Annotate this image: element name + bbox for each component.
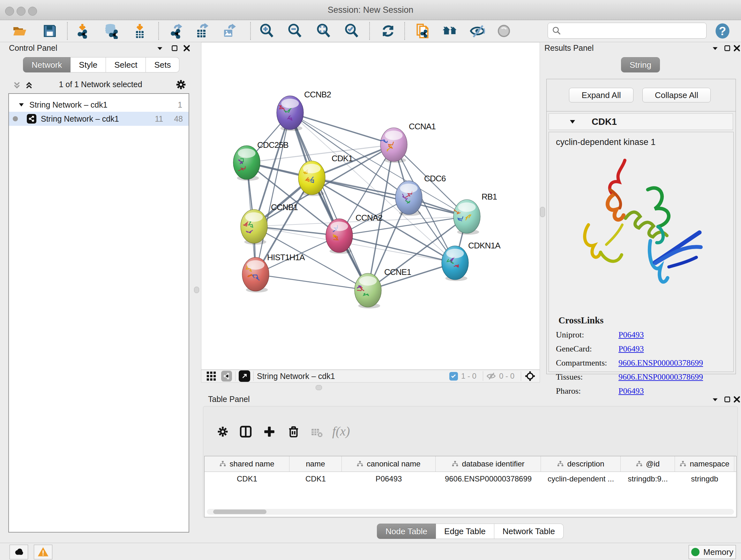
column-header-description[interactable]: description <box>541 456 621 472</box>
bottom-splitter-handle[interactable] <box>316 385 322 390</box>
results-panel-tabbar: String <box>621 57 660 72</box>
preview-eye-icon[interactable] <box>495 23 512 39</box>
network-canvas[interactable]: CCNB2CCNA1CDC25BCDK1CDC6RB1CCNB1CCNA2CDK… <box>201 42 540 370</box>
node-label: CDKN1A <box>468 241 501 250</box>
table-hscrollbar-thumb[interactable] <box>213 509 266 514</box>
tab-select[interactable]: Select <box>106 57 146 72</box>
table-cell[interactable]: stringdb <box>675 472 734 486</box>
crosslink-link[interactable]: P06493 <box>618 330 644 340</box>
toggle-visibility-icon[interactable] <box>469 23 486 39</box>
expand-all-networks-icon[interactable] <box>24 80 34 90</box>
open-in-window-icon[interactable] <box>239 370 250 382</box>
title-bar: Session: New Session <box>0 0 741 20</box>
column-header-canonical-name[interactable]: canonical name <box>342 456 435 472</box>
table-cell[interactable]: P06493 <box>342 472 435 486</box>
table-cell[interactable]: CDK1 <box>205 472 289 486</box>
zoom-fit-icon[interactable] <box>315 23 332 39</box>
open-session-icon[interactable] <box>11 23 28 39</box>
network-collection-row[interactable]: String Network – cdk1 1 <box>9 98 189 112</box>
tab-style[interactable]: Style <box>71 57 106 72</box>
control-panel-float-icon[interactable] <box>171 44 179 52</box>
crosslink-link[interactable]: P06493 <box>618 344 644 354</box>
table-hscrollbar-track[interactable] <box>207 509 734 515</box>
network-options-gear-icon[interactable] <box>175 78 187 91</box>
table-cell[interactable]: stringdb:9... <box>621 472 675 486</box>
tab-network[interactable]: Network <box>23 57 71 72</box>
import-network-from-file-icon[interactable] <box>74 23 91 39</box>
collapse-all-networks-icon[interactable] <box>12 80 22 90</box>
control-panel-menu-icon[interactable] <box>156 44 164 52</box>
column-header-shared-name[interactable]: shared name <box>205 456 289 472</box>
create-column-plus-icon[interactable] <box>263 425 276 438</box>
table-cell[interactable]: CDK1 <box>289 472 342 486</box>
column-header-namespace[interactable]: namespace <box>675 456 734 472</box>
birdseye-grid-icon[interactable] <box>206 371 217 381</box>
column-header-@id[interactable]: @id <box>621 456 675 472</box>
search-input[interactable] <box>561 26 700 36</box>
table-cell[interactable]: 9606.ENSP00000378699 <box>435 472 541 486</box>
right-splitter-handle[interactable] <box>540 207 545 217</box>
export-network-icon[interactable] <box>169 23 186 39</box>
table-panel-close-icon[interactable] <box>733 395 741 403</box>
protein-collapse-icon[interactable] <box>569 118 576 125</box>
tab-node-table[interactable]: Node Table <box>377 523 436 539</box>
save-session-icon[interactable] <box>42 23 58 39</box>
network-node-CDKN1A[interactable]: CDKN1A <box>442 241 501 281</box>
zoom-in-icon[interactable] <box>259 23 275 39</box>
tab-string[interactable]: String <box>621 57 660 72</box>
column-type-icon <box>636 460 643 468</box>
table-row[interactable]: CDK1CDK1P064939606.ENSP00000378699cyclin… <box>205 472 736 486</box>
cloud-status-button[interactable] <box>10 545 28 559</box>
selected-checkbox-icon[interactable] <box>449 372 458 381</box>
protein-structure-image <box>575 151 705 305</box>
column-header-name[interactable]: name <box>289 456 342 472</box>
network-node-RB1[interactable]: RB1 <box>454 192 497 235</box>
results-panel-float-icon[interactable] <box>723 44 731 52</box>
help-icon[interactable]: ? <box>714 23 731 39</box>
collection-expand-icon[interactable] <box>18 101 25 108</box>
export-table-icon[interactable] <box>194 23 211 39</box>
network-node-HIST1H1A[interactable]: HIST1H1A <box>242 253 305 293</box>
warnings-button[interactable] <box>34 545 52 559</box>
collapse-all-button[interactable]: Collapse All <box>643 88 711 103</box>
network-node-CCNE1[interactable]: CCNE1 <box>354 267 411 308</box>
network-row-selected[interactable]: String Network – cdk1 11 48 <box>9 112 189 126</box>
results-panel-menu-icon[interactable] <box>711 44 719 52</box>
network-node-CCNB2[interactable]: CCNB2 <box>277 90 331 131</box>
table-panel-float-icon[interactable] <box>723 395 731 403</box>
tab-network-table[interactable]: Network Table <box>494 523 563 539</box>
zoom-out-icon[interactable] <box>286 23 303 39</box>
table-panel-menu-icon[interactable] <box>711 395 719 403</box>
memory-button[interactable]: Memory <box>689 545 736 559</box>
clone-network-icon[interactable] <box>414 23 431 39</box>
hidden-eye-icon[interactable] <box>486 371 496 381</box>
crosslink-link[interactable]: 9606.ENSP00000378699 <box>618 358 703 368</box>
column-header-label: @id <box>646 459 660 469</box>
crosslink-row: Tissues:9606.ENSP00000378699 <box>556 372 733 382</box>
left-splitter-handle[interactable] <box>194 287 199 293</box>
show-columns-icon[interactable] <box>239 425 253 438</box>
delete-table-icon[interactable] <box>311 426 323 439</box>
protein-section-header[interactable]: CDK1 <box>549 113 733 130</box>
cytoscape-home-icon[interactable] <box>442 23 459 39</box>
results-panel-close-icon[interactable] <box>733 44 741 52</box>
expand-all-button[interactable]: Expand All <box>569 88 633 103</box>
function-builder-icon[interactable]: f(x) <box>332 424 350 439</box>
refresh-icon[interactable] <box>380 23 396 39</box>
table-settings-gear-icon[interactable] <box>216 425 229 438</box>
column-header-database-identifier[interactable]: database identifier <box>435 456 541 472</box>
delete-column-trash-icon[interactable] <box>287 425 300 438</box>
fit-selected-crosshair-icon[interactable] <box>524 370 536 382</box>
crosslink-link[interactable]: 9606.ENSP00000378699 <box>618 372 703 382</box>
tab-sets[interactable]: Sets <box>146 57 179 72</box>
import-table-from-file-icon[interactable] <box>131 23 148 39</box>
network-share-icon[interactable] <box>221 371 232 381</box>
import-network-from-database-icon[interactable] <box>103 23 119 39</box>
table-cell[interactable]: cyclin-dependent ... <box>541 472 621 486</box>
zoom-selected-icon[interactable] <box>343 23 360 39</box>
control-panel-close-icon[interactable] <box>183 44 191 52</box>
network-node-CCNA1[interactable]: CCNA1 <box>381 122 436 163</box>
crosslink-link[interactable]: P06493 <box>618 386 644 396</box>
export-image-icon[interactable] <box>221 23 238 39</box>
tab-edge-table[interactable]: Edge Table <box>436 523 494 539</box>
